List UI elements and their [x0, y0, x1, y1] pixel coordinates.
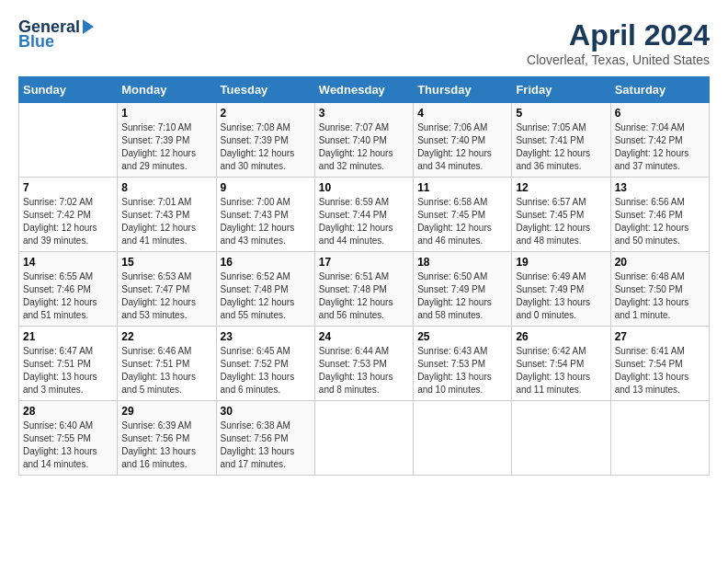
calendar-cell: 6Sunrise: 7:04 AM Sunset: 7:42 PM Daylig… [610, 103, 709, 178]
day-info: Sunrise: 7:08 AM Sunset: 7:39 PM Dayligh… [221, 121, 311, 173]
day-info: Sunrise: 7:07 AM Sunset: 7:40 PM Dayligh… [319, 121, 409, 173]
day-info: Sunrise: 6:46 AM Sunset: 7:51 PM Dayligh… [121, 345, 211, 396]
day-info: Sunrise: 6:53 AM Sunset: 7:47 PM Dayligh… [121, 270, 211, 322]
day-info: Sunrise: 7:01 AM Sunset: 7:43 PM Dayligh… [121, 196, 211, 247]
day-number: 6 [615, 107, 705, 120]
day-info: Sunrise: 6:52 AM Sunset: 7:48 PM Dayligh… [221, 270, 311, 322]
calendar-table: SundayMondayTuesdayWednesdayThursdayFrid… [18, 76, 710, 476]
day-number: 28 [23, 405, 113, 418]
day-header-monday: Monday [118, 77, 216, 103]
day-number: 3 [319, 107, 409, 120]
page-title: April 2024 [527, 18, 710, 52]
day-number: 27 [615, 330, 705, 343]
calendar-cell: 25Sunrise: 6:43 AM Sunset: 7:53 PM Dayli… [414, 327, 512, 401]
calendar-cell: 27Sunrise: 6:41 AM Sunset: 7:54 PM Dayli… [610, 327, 709, 401]
calendar-cell: 30Sunrise: 6:38 AM Sunset: 7:56 PM Dayli… [216, 401, 314, 476]
day-number: 23 [221, 330, 311, 343]
calendar-cell: 18Sunrise: 6:50 AM Sunset: 7:49 PM Dayli… [414, 252, 512, 327]
page-subtitle: Cloverleaf, Texas, United States [527, 52, 710, 67]
calendar-week-3: 14Sunrise: 6:55 AM Sunset: 7:46 PM Dayli… [19, 252, 710, 327]
day-info: Sunrise: 6:49 AM Sunset: 7:49 PM Dayligh… [516, 270, 606, 322]
day-info: Sunrise: 6:56 AM Sunset: 7:46 PM Dayligh… [615, 196, 705, 247]
day-info: Sunrise: 7:02 AM Sunset: 7:42 PM Dayligh… [23, 196, 113, 247]
day-number: 17 [319, 256, 409, 269]
calendar-cell: 10Sunrise: 6:59 AM Sunset: 7:44 PM Dayli… [314, 178, 413, 252]
day-info: Sunrise: 6:55 AM Sunset: 7:46 PM Dayligh… [23, 270, 113, 322]
day-number: 14 [23, 256, 113, 269]
day-header-wednesday: Wednesday [314, 77, 413, 103]
calendar-week-5: 28Sunrise: 6:40 AM Sunset: 7:55 PM Dayli… [19, 401, 710, 476]
calendar-cell: 12Sunrise: 6:57 AM Sunset: 7:45 PM Dayli… [512, 178, 610, 252]
calendar-cell: 19Sunrise: 6:49 AM Sunset: 7:49 PM Dayli… [512, 252, 610, 327]
calendar-cell: 4Sunrise: 7:06 AM Sunset: 7:40 PM Daylig… [414, 103, 512, 178]
day-number: 24 [319, 330, 409, 343]
day-number: 22 [121, 330, 211, 343]
calendar-cell: 15Sunrise: 6:53 AM Sunset: 7:47 PM Dayli… [118, 252, 216, 327]
day-info: Sunrise: 7:00 AM Sunset: 7:43 PM Dayligh… [221, 196, 311, 247]
calendar-cell: 22Sunrise: 6:46 AM Sunset: 7:51 PM Dayli… [118, 327, 216, 401]
calendar-body: 1Sunrise: 7:10 AM Sunset: 7:39 PM Daylig… [19, 103, 710, 476]
day-number: 29 [121, 405, 211, 418]
calendar-cell: 1Sunrise: 7:10 AM Sunset: 7:39 PM Daylig… [118, 103, 216, 178]
day-header-tuesday: Tuesday [216, 77, 314, 103]
day-number: 12 [516, 181, 606, 194]
day-info: Sunrise: 7:05 AM Sunset: 7:41 PM Dayligh… [516, 121, 606, 173]
day-info: Sunrise: 7:10 AM Sunset: 7:39 PM Dayligh… [121, 121, 211, 173]
day-header-sunday: Sunday [19, 77, 118, 103]
day-number: 30 [221, 405, 311, 418]
day-number: 7 [23, 181, 113, 194]
day-info: Sunrise: 6:44 AM Sunset: 7:53 PM Dayligh… [319, 345, 409, 396]
calendar-cell [414, 401, 512, 476]
calendar-cell: 20Sunrise: 6:48 AM Sunset: 7:50 PM Dayli… [610, 252, 709, 327]
day-info: Sunrise: 6:42 AM Sunset: 7:54 PM Dayligh… [516, 345, 606, 396]
day-header-thursday: Thursday [414, 77, 512, 103]
day-number: 16 [221, 256, 311, 269]
calendar-cell: 11Sunrise: 6:58 AM Sunset: 7:45 PM Dayli… [414, 178, 512, 252]
day-header-friday: Friday [512, 77, 610, 103]
calendar-cell: 13Sunrise: 6:56 AM Sunset: 7:46 PM Dayli… [610, 178, 709, 252]
header: General Blue April 2024 Cloverleaf, Texa… [18, 18, 710, 67]
calendar-cell: 16Sunrise: 6:52 AM Sunset: 7:48 PM Dayli… [216, 252, 314, 327]
day-number: 11 [417, 181, 507, 194]
day-info: Sunrise: 6:40 AM Sunset: 7:55 PM Dayligh… [23, 419, 113, 471]
day-number: 15 [121, 256, 211, 269]
calendar-cell: 28Sunrise: 6:40 AM Sunset: 7:55 PM Dayli… [19, 401, 118, 476]
day-number: 13 [615, 181, 705, 194]
day-number: 4 [417, 107, 507, 120]
day-info: Sunrise: 7:06 AM Sunset: 7:40 PM Dayligh… [417, 121, 507, 173]
calendar-cell [512, 401, 610, 476]
day-info: Sunrise: 6:51 AM Sunset: 7:48 PM Dayligh… [319, 270, 409, 322]
calendar-week-2: 7Sunrise: 7:02 AM Sunset: 7:42 PM Daylig… [19, 178, 710, 252]
calendar-cell: 26Sunrise: 6:42 AM Sunset: 7:54 PM Dayli… [512, 327, 610, 401]
day-info: Sunrise: 7:04 AM Sunset: 7:42 PM Dayligh… [615, 121, 705, 173]
calendar-cell: 8Sunrise: 7:01 AM Sunset: 7:43 PM Daylig… [118, 178, 216, 252]
day-number: 9 [221, 181, 311, 194]
day-info: Sunrise: 6:45 AM Sunset: 7:52 PM Dayligh… [221, 345, 311, 396]
day-number: 19 [516, 256, 606, 269]
calendar-cell: 5Sunrise: 7:05 AM Sunset: 7:41 PM Daylig… [512, 103, 610, 178]
day-info: Sunrise: 6:47 AM Sunset: 7:51 PM Dayligh… [23, 345, 113, 396]
day-info: Sunrise: 6:48 AM Sunset: 7:50 PM Dayligh… [615, 270, 705, 322]
day-number: 26 [516, 330, 606, 343]
day-info: Sunrise: 6:50 AM Sunset: 7:49 PM Dayligh… [417, 270, 507, 322]
calendar-cell: 7Sunrise: 7:02 AM Sunset: 7:42 PM Daylig… [19, 178, 118, 252]
calendar-cell: 21Sunrise: 6:47 AM Sunset: 7:51 PM Dayli… [19, 327, 118, 401]
day-number: 5 [516, 107, 606, 120]
calendar-cell: 3Sunrise: 7:07 AM Sunset: 7:40 PM Daylig… [314, 103, 413, 178]
day-info: Sunrise: 6:58 AM Sunset: 7:45 PM Dayligh… [417, 196, 507, 247]
day-header-row: SundayMondayTuesdayWednesdayThursdayFrid… [19, 77, 710, 103]
logo-triangle-icon [83, 19, 94, 34]
day-number: 25 [417, 330, 507, 343]
day-info: Sunrise: 6:41 AM Sunset: 7:54 PM Dayligh… [615, 345, 705, 396]
day-number: 10 [319, 181, 409, 194]
calendar-header: SundayMondayTuesdayWednesdayThursdayFrid… [19, 77, 710, 103]
calendar-cell: 29Sunrise: 6:39 AM Sunset: 7:56 PM Dayli… [118, 401, 216, 476]
day-number: 2 [221, 107, 311, 120]
calendar-cell: 24Sunrise: 6:44 AM Sunset: 7:53 PM Dayli… [314, 327, 413, 401]
day-number: 20 [615, 256, 705, 269]
calendar-cell [19, 103, 118, 178]
calendar-cell: 14Sunrise: 6:55 AM Sunset: 7:46 PM Dayli… [19, 252, 118, 327]
day-info: Sunrise: 6:39 AM Sunset: 7:56 PM Dayligh… [121, 419, 211, 471]
day-info: Sunrise: 6:57 AM Sunset: 7:45 PM Dayligh… [516, 196, 606, 247]
day-number: 1 [121, 107, 211, 120]
